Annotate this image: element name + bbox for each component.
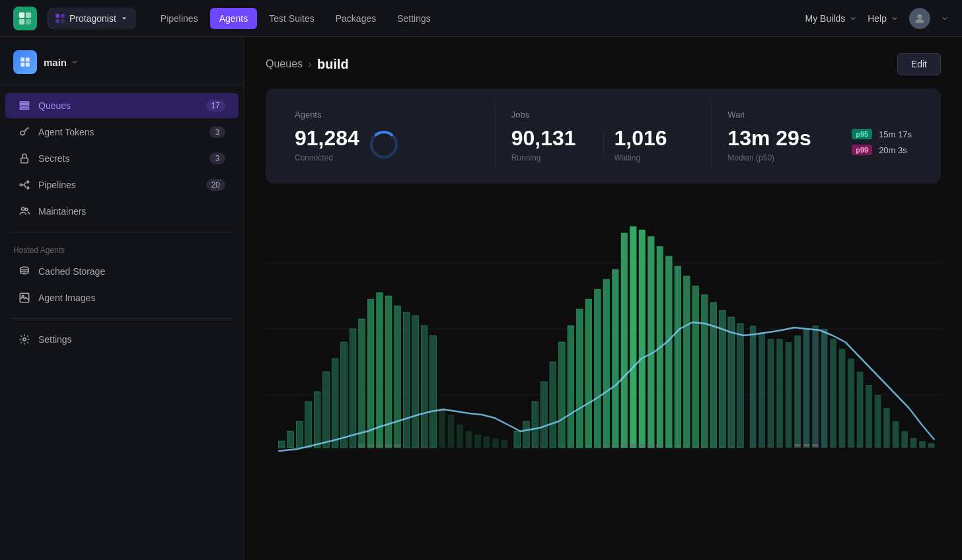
svg-rect-59 bbox=[523, 421, 530, 448]
p95-value: 15m 17s bbox=[879, 129, 912, 139]
my-builds-chevron-icon bbox=[849, 15, 857, 22]
sidebar-item-queues[interactable]: Queues 17 bbox=[5, 93, 239, 118]
jobs-stat-label: Jobs bbox=[511, 110, 696, 120]
wait-stat-card: Wait 13m 29s Median (p50) p95 15m 17s p9… bbox=[712, 102, 928, 170]
agents-stat-label: Agents bbox=[295, 110, 479, 120]
sidebar-item-settings[interactable]: Settings bbox=[5, 327, 239, 352]
wait-card-inner: 13m 29s Median (p50) p95 15m 17s p99 20m… bbox=[727, 126, 912, 162]
svg-point-19 bbox=[20, 267, 28, 270]
svg-rect-56 bbox=[492, 438, 499, 448]
agents-spinner bbox=[370, 131, 398, 158]
org-selector[interactable]: main bbox=[0, 50, 244, 85]
svg-rect-32 bbox=[323, 372, 330, 448]
agents-stat-card: Agents 91,284 Connected bbox=[279, 102, 496, 170]
svg-rect-49 bbox=[394, 444, 401, 446]
sidebar-item-secrets[interactable]: Secrets 3 bbox=[5, 146, 239, 171]
breadcrumb-parent[interactable]: Queues bbox=[266, 58, 303, 70]
my-builds-label: My Builds bbox=[805, 13, 846, 24]
sidebar-maintainers-label: Maintainers bbox=[38, 206, 86, 217]
avatar[interactable] bbox=[909, 8, 930, 29]
svg-rect-66 bbox=[585, 299, 592, 448]
svg-rect-70 bbox=[621, 233, 628, 448]
svg-rect-37 bbox=[367, 299, 374, 448]
users-icon bbox=[18, 205, 30, 217]
svg-rect-81 bbox=[719, 310, 725, 448]
svg-rect-87 bbox=[648, 444, 654, 446]
p95-row: p95 15m 17s bbox=[852, 129, 912, 139]
svg-rect-71 bbox=[630, 227, 636, 448]
sidebar-agent-images-label: Agent Images bbox=[38, 293, 95, 303]
svg-rect-63 bbox=[559, 342, 566, 448]
lock-icon bbox=[18, 153, 30, 164]
svg-rect-57 bbox=[501, 440, 508, 448]
svg-rect-11 bbox=[20, 108, 29, 109]
svg-rect-99 bbox=[839, 349, 846, 448]
p99-row: p99 20m 3s bbox=[852, 145, 912, 155]
svg-rect-47 bbox=[377, 444, 383, 446]
brand-name: Protagonist bbox=[69, 13, 116, 24]
agents-value: 91,284 bbox=[295, 126, 359, 151]
avatar-icon bbox=[913, 12, 926, 25]
wait-main: 13m 29s Median (p50) bbox=[727, 126, 831, 162]
svg-rect-72 bbox=[639, 230, 646, 448]
sidebar-item-agent-tokens[interactable]: Agent Tokens 3 bbox=[5, 120, 239, 145]
nav-test-suites[interactable]: Test Suites bbox=[260, 8, 323, 29]
svg-rect-106 bbox=[901, 431, 908, 448]
sidebar-item-cached-storage[interactable]: Cached Storage bbox=[5, 259, 239, 284]
svg-rect-109 bbox=[928, 443, 935, 448]
sidebar-settings-label: Settings bbox=[38, 334, 72, 345]
svg-rect-40 bbox=[394, 306, 401, 448]
svg-rect-89 bbox=[750, 326, 757, 448]
svg-rect-36 bbox=[359, 319, 365, 448]
svg-rect-55 bbox=[484, 437, 490, 448]
nav-settings[interactable]: Settings bbox=[388, 8, 440, 29]
svg-rect-38 bbox=[377, 293, 383, 448]
svg-point-8 bbox=[918, 14, 922, 18]
svg-rect-65 bbox=[577, 309, 583, 448]
svg-rect-105 bbox=[893, 421, 899, 448]
svg-point-16 bbox=[27, 187, 29, 189]
sidebar-pipelines-label: Pipelines bbox=[38, 180, 76, 190]
svg-rect-44 bbox=[430, 335, 437, 448]
svg-rect-84 bbox=[621, 444, 628, 446]
brand-dropdown[interactable]: Protagonist bbox=[48, 9, 135, 28]
edit-button[interactable]: Edit bbox=[897, 53, 941, 75]
agents-value-row: 91,284 Connected bbox=[295, 126, 479, 162]
gear-icon bbox=[18, 333, 30, 345]
image-icon bbox=[18, 292, 30, 304]
avatar-chevron-icon[interactable] bbox=[941, 15, 949, 22]
my-builds-button[interactable]: My Builds bbox=[805, 13, 858, 24]
svg-rect-102 bbox=[866, 385, 872, 448]
svg-rect-62 bbox=[550, 362, 556, 448]
svg-rect-2 bbox=[19, 18, 24, 24]
svg-rect-76 bbox=[675, 266, 681, 448]
svg-point-15 bbox=[27, 181, 29, 183]
sidebar: main Queues 17 Agent Tokens 3 Secrets 3 bbox=[0, 37, 244, 560]
topnav: Protagonist Pipelines Agents Test Suites… bbox=[0, 0, 962, 37]
wait-stat-label: Wait bbox=[727, 110, 912, 120]
sidebar-item-pipelines[interactable]: Pipelines 20 bbox=[5, 172, 239, 197]
svg-point-17 bbox=[22, 207, 25, 211]
nav-pipelines[interactable]: Pipelines bbox=[151, 8, 207, 29]
nav-packages[interactable]: Packages bbox=[326, 8, 385, 29]
svg-rect-13 bbox=[21, 158, 28, 163]
svg-rect-73 bbox=[648, 236, 654, 448]
svg-rect-0 bbox=[19, 12, 24, 17]
agents-sub: Connected bbox=[295, 153, 359, 162]
sidebar-pipelines-badge: 20 bbox=[206, 179, 225, 191]
chart-container: 11:16am 11:31am 11:46am 12:01pm 12:16pm bbox=[266, 197, 941, 461]
sidebar-item-maintainers[interactable]: Maintainers bbox=[5, 199, 239, 224]
help-button[interactable]: Help bbox=[868, 13, 899, 24]
nav-agents[interactable]: Agents bbox=[210, 8, 258, 29]
svg-rect-42 bbox=[412, 316, 419, 448]
sidebar-item-agent-images[interactable]: Agent Images bbox=[5, 285, 239, 310]
jobs-running-sub: Running bbox=[511, 153, 585, 162]
svg-rect-29 bbox=[296, 421, 303, 448]
svg-rect-107 bbox=[910, 438, 917, 448]
app-logo bbox=[13, 7, 37, 30]
org-name[interactable]: main bbox=[44, 57, 79, 68]
svg-rect-79 bbox=[701, 295, 708, 448]
svg-rect-30 bbox=[305, 402, 312, 448]
svg-rect-67 bbox=[595, 289, 601, 448]
svg-rect-69 bbox=[612, 269, 618, 448]
